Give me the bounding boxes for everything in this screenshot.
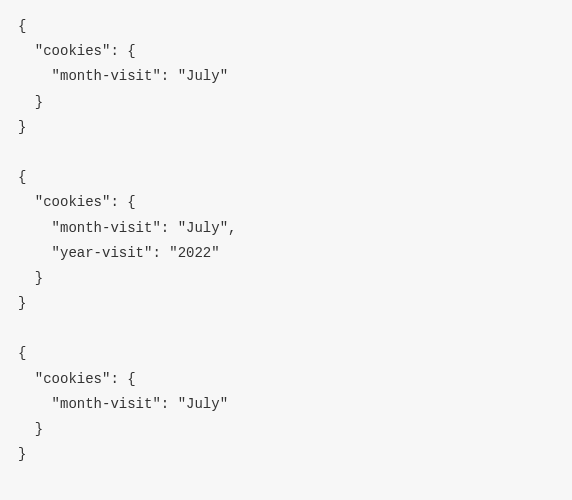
code-line: "cookies": {: [18, 371, 136, 387]
code-line: "year-visit": "2022": [18, 245, 220, 261]
code-block-3: { "cookies": { "month-visit": "July" } }: [18, 345, 228, 462]
code-line: {: [18, 345, 26, 361]
code-line: }: [18, 94, 43, 110]
code-line: "cookies": {: [18, 43, 136, 59]
code-line: {: [18, 169, 26, 185]
code-line: }: [18, 270, 43, 286]
code-snippet: { "cookies": { "month-visit": "July" } }…: [18, 14, 554, 467]
code-line: }: [18, 119, 26, 135]
code-line: "month-visit": "July",: [18, 220, 236, 236]
code-line: }: [18, 446, 26, 462]
code-line: {: [18, 18, 26, 34]
code-line: "cookies": {: [18, 194, 136, 210]
code-line: "month-visit": "July": [18, 396, 228, 412]
code-block-2: { "cookies": { "month-visit": "July", "y…: [18, 169, 236, 311]
code-line: "month-visit": "July": [18, 68, 228, 84]
code-line: }: [18, 421, 43, 437]
code-block-1: { "cookies": { "month-visit": "July" } }: [18, 18, 228, 135]
code-line: }: [18, 295, 26, 311]
